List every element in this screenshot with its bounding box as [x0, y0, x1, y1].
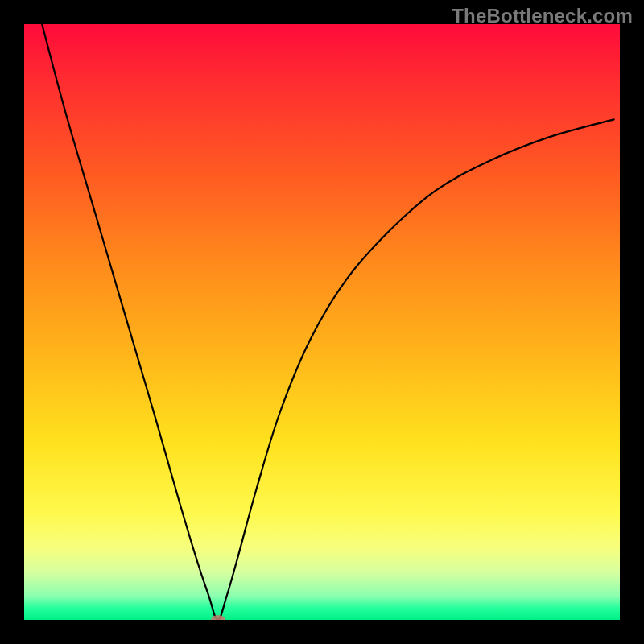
- plot-area: [24, 24, 620, 620]
- watermark-text: TheBottleneck.com: [452, 5, 633, 27]
- chart-frame: TheBottleneck.com: [0, 0, 644, 644]
- minimum-marker: [211, 615, 225, 620]
- curve-layer: [24, 24, 620, 620]
- bottleneck-curve: [42, 24, 613, 620]
